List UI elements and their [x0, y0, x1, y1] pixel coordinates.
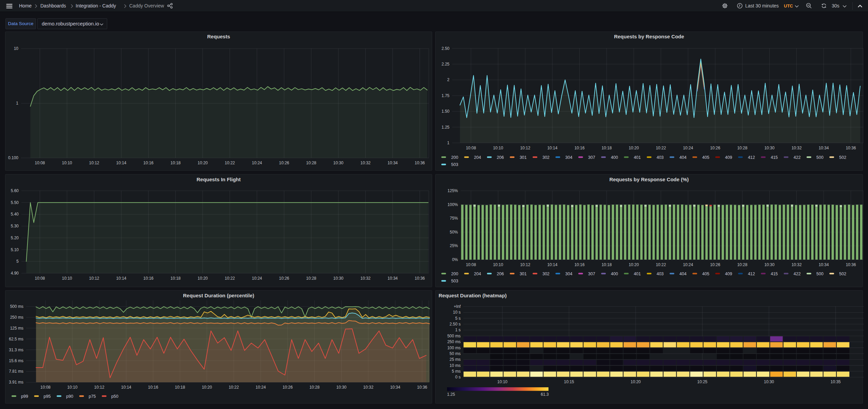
svg-text:403: 403	[657, 272, 664, 276]
svg-text:10:34: 10:34	[387, 276, 398, 281]
svg-text:10:16: 10:16	[148, 385, 158, 390]
svg-text:10:12: 10:12	[89, 161, 99, 165]
svg-text:p75: p75	[89, 394, 96, 399]
svg-text:10:22: 10:22	[229, 385, 239, 390]
svg-text:2.50: 2.50	[442, 46, 450, 51]
svg-text:10:08: 10:08	[40, 385, 51, 390]
svg-text:10:32: 10:32	[791, 146, 802, 150]
svg-text:61.3: 61.3	[541, 392, 549, 397]
svg-text:307: 307	[588, 272, 595, 276]
svg-text:125 ms: 125 ms	[10, 326, 23, 331]
svg-text:10:32: 10:32	[791, 262, 802, 267]
svg-text:10:22: 10:22	[225, 161, 235, 165]
svg-text:10:30: 10:30	[333, 276, 343, 281]
svg-text:10:32: 10:32	[360, 161, 370, 165]
svg-text:10:22: 10:22	[656, 146, 666, 150]
svg-text:206: 206	[497, 155, 504, 160]
svg-text:10:36: 10:36	[414, 276, 425, 281]
svg-text:10:34: 10:34	[387, 161, 398, 165]
svg-text:5 s: 5 s	[455, 316, 461, 321]
svg-text:10:14: 10:14	[116, 161, 126, 165]
svg-text:10:28: 10:28	[737, 262, 747, 267]
svg-text:301: 301	[520, 155, 527, 160]
svg-text:10:16: 10:16	[143, 161, 153, 165]
svg-text:10:14: 10:14	[547, 262, 557, 267]
svg-text:1.25: 1.25	[442, 125, 450, 130]
svg-text:405: 405	[702, 272, 709, 276]
svg-text:31.3 ms: 31.3 ms	[9, 348, 23, 352]
svg-text:10:18: 10:18	[601, 146, 612, 150]
svg-text:10:12: 10:12	[94, 385, 104, 390]
svg-text:50 ms: 50 ms	[449, 351, 461, 356]
svg-text:Requests by Response Code: Requests by Response Code	[614, 34, 684, 39]
svg-text:25 ms: 25 ms	[449, 357, 461, 362]
svg-text:Request Duration (percentile): Request Duration (percentile)	[183, 293, 254, 298]
svg-text:307: 307	[588, 155, 595, 160]
svg-text:Requests In Flight: Requests In Flight	[196, 176, 240, 182]
svg-text:5: 5	[16, 259, 19, 264]
svg-text:5.10: 5.10	[11, 247, 19, 252]
svg-text:5.30: 5.30	[11, 224, 19, 228]
svg-text:10:26: 10:26	[279, 161, 289, 165]
svg-text:10:15: 10:15	[564, 379, 574, 384]
svg-text:p50: p50	[111, 394, 118, 399]
svg-text:4.90: 4.90	[11, 271, 19, 276]
svg-text:500 ms: 500 ms	[447, 334, 461, 338]
svg-text:412: 412	[748, 272, 755, 276]
svg-text:200: 200	[451, 272, 458, 276]
svg-text:5.20: 5.20	[11, 236, 19, 240]
svg-text:10:12: 10:12	[520, 262, 530, 267]
svg-text:422: 422	[794, 272, 801, 276]
svg-text:0%: 0%	[452, 257, 458, 262]
svg-text:500 ms: 500 ms	[10, 304, 23, 309]
svg-text:206: 206	[497, 272, 504, 276]
svg-text:1.75: 1.75	[442, 93, 450, 98]
svg-text:304: 304	[565, 272, 573, 276]
svg-text:10:36: 10:36	[417, 385, 427, 390]
svg-text:200: 200	[451, 155, 458, 160]
svg-text:10:30: 10:30	[764, 262, 774, 267]
svg-text:10:24: 10:24	[683, 146, 693, 150]
svg-text:302: 302	[542, 272, 549, 276]
svg-text:10:24: 10:24	[683, 262, 693, 267]
svg-text:302: 302	[542, 155, 549, 160]
svg-text:404: 404	[679, 272, 687, 276]
svg-text:5 ms: 5 ms	[452, 369, 461, 374]
svg-text:10:14: 10:14	[547, 146, 557, 150]
svg-text:10:10: 10:10	[493, 146, 503, 150]
svg-text:10:14: 10:14	[121, 385, 131, 390]
svg-text:15.6 ms: 15.6 ms	[9, 358, 23, 363]
svg-text:10:14: 10:14	[116, 276, 126, 281]
svg-text:10:34: 10:34	[818, 262, 829, 267]
svg-text:409: 409	[725, 272, 732, 276]
svg-text:10:24: 10:24	[252, 161, 262, 165]
svg-text:10:12: 10:12	[89, 276, 99, 281]
svg-text:10:28: 10:28	[309, 385, 320, 390]
svg-text:10:36: 10:36	[846, 146, 856, 150]
svg-text:100 ms: 100 ms	[447, 346, 461, 350]
svg-text:500: 500	[816, 272, 824, 276]
svg-text:10:30: 10:30	[764, 146, 774, 150]
svg-text:10:30: 10:30	[336, 385, 346, 390]
svg-text:10:28: 10:28	[306, 276, 316, 281]
svg-text:10:26: 10:26	[710, 146, 720, 150]
svg-text:1: 1	[16, 101, 18, 106]
svg-text:415: 415	[771, 155, 778, 160]
svg-text:1 s: 1 s	[455, 328, 461, 332]
svg-text:75%: 75%	[450, 216, 458, 221]
svg-text:p95: p95	[44, 394, 51, 399]
svg-text:Request Duration (heatmap): Request Duration (heatmap)	[439, 293, 507, 298]
svg-text:10:24: 10:24	[252, 276, 262, 281]
svg-text:10:16: 10:16	[574, 146, 584, 150]
svg-text:10:25: 10:25	[697, 379, 707, 384]
svg-text:10:24: 10:24	[256, 385, 266, 390]
svg-text:3.91 ms: 3.91 ms	[9, 380, 23, 385]
svg-text:10:20: 10:20	[197, 276, 208, 281]
svg-text:10:08: 10:08	[35, 276, 45, 281]
svg-text:415: 415	[771, 272, 778, 276]
svg-text:0 s: 0 s	[455, 375, 461, 379]
svg-text:250 ms: 250 ms	[10, 315, 23, 320]
svg-text:10:34: 10:34	[390, 385, 400, 390]
svg-text:2.50 s: 2.50 s	[449, 322, 461, 327]
svg-text:25%: 25%	[450, 243, 458, 248]
